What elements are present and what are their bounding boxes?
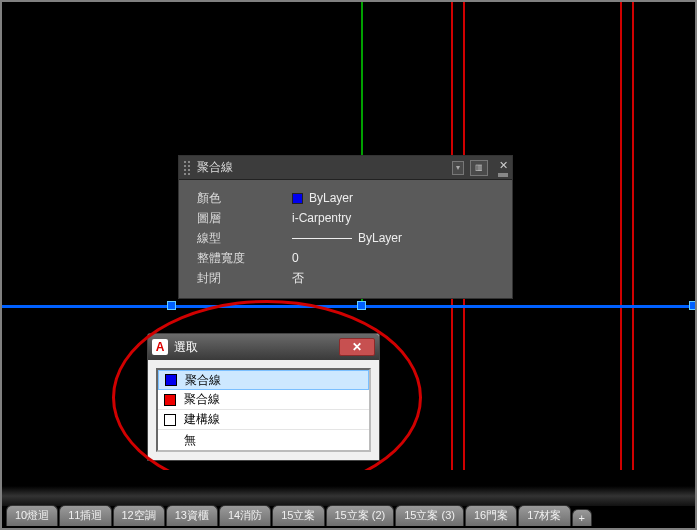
prop-width-value[interactable]: 0 (292, 251, 500, 265)
prop-closed-label: 封閉 (197, 270, 292, 287)
prop-color-label: 顏色 (197, 190, 292, 207)
line-blue-polyline[interactable] (2, 305, 695, 308)
list-item[interactable]: 建構線 (158, 410, 369, 430)
layout-tab[interactable]: 15立案 (3) (395, 505, 464, 526)
list-item-label: 聚合線 (184, 391, 220, 408)
close-button[interactable]: ✕ (339, 338, 375, 356)
prop-color-value[interactable]: ByLayer (292, 191, 500, 205)
selection-grip[interactable] (167, 301, 176, 310)
layout-tab[interactable]: 12空調 (113, 505, 165, 526)
list-item[interactable]: 聚合線 (158, 390, 369, 410)
properties-panel: 聚合線 ▾ ▥ ✕ 顏色 ByLayer 圖層 i-Carpentry 線型 B… (178, 155, 513, 299)
properties-titlebar[interactable]: 聚合線 ▾ ▥ ✕ (179, 156, 512, 180)
list-item-label: 聚合線 (185, 372, 221, 389)
selection-grip[interactable] (689, 301, 697, 310)
layout-tab[interactable]: 13資櫃 (166, 505, 218, 526)
pin-icon[interactable] (498, 173, 508, 177)
layout-tabstrip: 10燈迴 11插迴 12空調 13資櫃 14消防 15立案 15立案 (2) 1… (6, 506, 691, 526)
prop-layer-text: i-Carpentry (292, 211, 351, 225)
dialog-body: 聚合線 聚合線 建構線 無 (148, 360, 379, 460)
layout-tab[interactable]: 15立案 (272, 505, 324, 526)
line-red-4 (632, 2, 634, 472)
color-swatch-icon (292, 193, 303, 204)
layout-tab[interactable]: 16門案 (465, 505, 517, 526)
prop-layer-label: 圖層 (197, 210, 292, 227)
bottom-separator (2, 486, 695, 506)
prop-width-label: 整體寬度 (197, 250, 292, 267)
properties-body: 顏色 ByLayer 圖層 i-Carpentry 線型 ByLayer 整體寬… (179, 180, 512, 298)
quick-panel-icon[interactable]: ▥ (470, 160, 488, 176)
prop-width-text: 0 (292, 251, 299, 265)
app-logo-icon: A (152, 339, 168, 355)
object-type-dropdown[interactable]: ▾ (452, 161, 464, 175)
prop-linetype-value[interactable]: ByLayer (292, 231, 500, 245)
layout-tab[interactable]: 10燈迴 (6, 505, 58, 526)
prop-linetype-text: ByLayer (358, 231, 402, 245)
color-swatch-icon (165, 374, 177, 386)
drag-handle-icon[interactable] (183, 160, 191, 176)
prop-closed-text: 否 (292, 270, 304, 287)
layout-tab[interactable]: 17材案 (518, 505, 570, 526)
linetype-preview-icon (292, 238, 352, 239)
list-item-none[interactable]: 無 (158, 430, 369, 450)
list-item-label: 建構線 (184, 411, 220, 428)
prop-color-text: ByLayer (309, 191, 353, 205)
list-item[interactable]: 聚合線 (158, 370, 369, 390)
bottom-area: 10燈迴 11插迴 12空調 13資櫃 14消防 15立案 15立案 (2) 1… (2, 470, 695, 528)
line-red-3 (620, 2, 622, 472)
close-icon[interactable]: ✕ (499, 159, 508, 172)
selection-grip[interactable] (357, 301, 366, 310)
dialog-title: 選取 (174, 339, 333, 356)
layout-tab[interactable]: 15立案 (2) (326, 505, 395, 526)
color-swatch-icon (164, 394, 176, 406)
properties-title: 聚合線 (197, 159, 446, 176)
select-dialog: A 選取 ✕ 聚合線 聚合線 建構線 無 (147, 333, 380, 461)
layout-tab[interactable]: 11插迴 (59, 505, 111, 526)
prop-layer-value[interactable]: i-Carpentry (292, 211, 500, 225)
prop-linetype-label: 線型 (197, 230, 292, 247)
add-layout-button[interactable]: + (572, 509, 592, 526)
list-item-label: 無 (184, 432, 196, 449)
dialog-titlebar[interactable]: A 選取 ✕ (148, 334, 379, 360)
selection-listbox[interactable]: 聚合線 聚合線 建構線 無 (156, 368, 371, 452)
color-swatch-icon (164, 414, 176, 426)
prop-closed-value[interactable]: 否 (292, 270, 500, 287)
layout-tab[interactable]: 14消防 (219, 505, 271, 526)
